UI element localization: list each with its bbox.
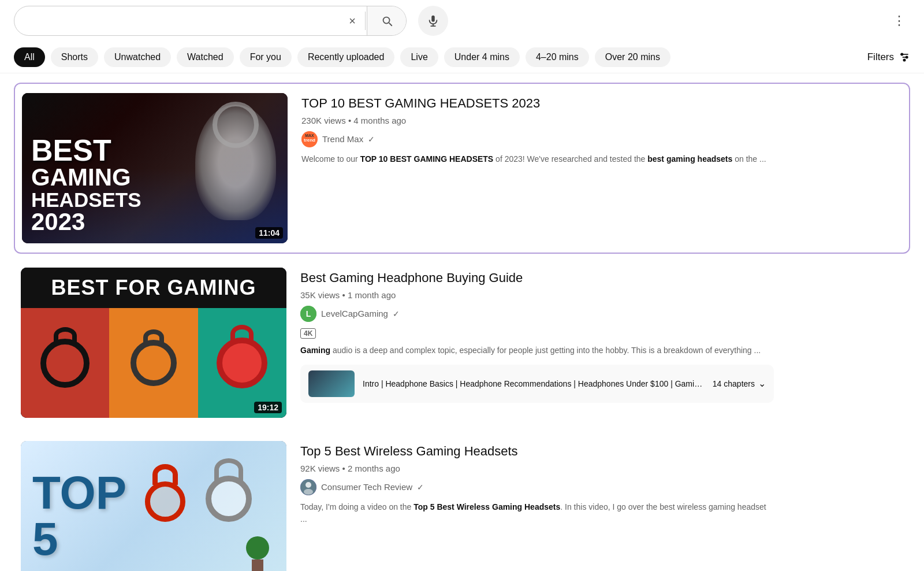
chip-for-you[interactable]: For you — [240, 47, 292, 67]
channel-row-1: trend MAX Trend Max ✓ — [301, 131, 902, 147]
desc-mid-2: audio is a deep and complex topic, espec… — [330, 346, 761, 355]
chip-recently-uploaded[interactable]: Recently uploaded — [297, 47, 395, 67]
video-title-2[interactable]: Best Gaming Headphone Buying Guide — [300, 270, 903, 287]
views-1: 230K views — [301, 116, 346, 125]
video-desc-2: Gaming audio is a deep and complex topic… — [300, 344, 774, 357]
channel-row-2: L LevelCapGaming ✓ — [300, 306, 903, 322]
svg-point-15 — [305, 482, 311, 488]
chip-4-20[interactable]: 4–20 mins — [526, 47, 589, 67]
desc-bold-3: Top 5 Best Wireless Gaming Headsets — [413, 502, 560, 511]
thumbnail-2[interactable]: BEST FOR GAMING — [21, 268, 286, 418]
desc-mid-1: of 2023! We've researched and tested the — [493, 154, 647, 164]
chip-over-20[interactable]: Over 20 mins — [595, 47, 670, 67]
search-input[interactable]: best headphones for gaming — [25, 15, 341, 27]
desc-end-1: on the ... — [732, 154, 766, 164]
thumb1-text-headsets: HEADSETS — [31, 190, 141, 210]
thumb1-text-year: 2023 — [31, 210, 141, 234]
time-ago-1: 4 months ago — [353, 116, 406, 125]
chip-live[interactable]: Live — [400, 47, 438, 67]
badge-4k: 4K — [300, 328, 316, 339]
svg-point-16 — [304, 489, 313, 495]
filter-sliders-icon — [899, 51, 910, 63]
svg-text:MAX: MAX — [305, 134, 314, 138]
verified-icon-3: ✓ — [417, 483, 424, 492]
thumb2-title-text: BEST FOR GAMING — [21, 268, 286, 308]
thumbnail-3[interactable]: TOP5 — [21, 441, 286, 571]
video-card-3: TOP5 Top 5 Best Wireless Gaming Headsets… — [14, 432, 910, 571]
video-title-1[interactable]: TOP 10 BEST GAMING HEADSETS 2023 — [301, 95, 902, 112]
levelcap-logo: L — [300, 306, 316, 322]
svg-text:L: L — [306, 309, 311, 318]
svg-point-7 — [906, 56, 908, 58]
svg-point-8 — [903, 59, 905, 61]
search-icon — [381, 14, 393, 27]
channel-name-2[interactable]: LevelCapGaming — [321, 309, 388, 318]
svg-point-6 — [901, 53, 903, 55]
desc-bold2-1: best gaming headsets — [647, 154, 732, 164]
more-options-button[interactable]: ⋮ — [888, 9, 910, 33]
consumer-logo — [300, 479, 316, 495]
thumb2-cell-orange — [109, 308, 198, 418]
desc-bold1-1: TOP 10 BEST GAMING HEADSETS — [360, 154, 494, 164]
mic-button[interactable] — [418, 6, 448, 36]
video-info-3: Top 5 Best Wireless Gaming Headsets 92K … — [300, 441, 903, 525]
separator-1: • — [348, 116, 353, 125]
video-card-1: BEST GAMING HEADSETS 2023 11:04 TOP 10 B… — [14, 83, 910, 254]
search-button[interactable] — [367, 6, 406, 36]
chip-watched[interactable]: Watched — [177, 47, 234, 67]
verified-icon-1: ✓ — [368, 135, 375, 144]
video-info-2: Best Gaming Headphone Buying Guide 35K v… — [300, 268, 903, 403]
results-container: BEST GAMING HEADSETS 2023 11:04 TOP 10 B… — [0, 73, 924, 571]
desc-bold1-2: Gaming — [300, 346, 330, 355]
mic-icon — [427, 14, 439, 27]
trendmax-logo: trend MAX — [301, 131, 318, 147]
chip-unwatched[interactable]: Unwatched — [104, 47, 171, 67]
views-3: 92K views — [300, 464, 340, 473]
thumbnail-1[interactable]: BEST GAMING HEADSETS 2023 11:04 — [22, 93, 288, 243]
video-meta-2: 35K views • 1 month ago — [300, 290, 903, 300]
desc-prefix-3: Today, I'm doing a video on the — [300, 502, 413, 511]
desc-before-1: Welcome to our — [301, 154, 360, 164]
thumb1-text-best: BEST — [31, 135, 141, 165]
chip-shorts[interactable]: Shorts — [51, 47, 98, 67]
video-info-1: TOP 10 BEST GAMING HEADSETS 2023 230K vi… — [301, 93, 902, 165]
chapter-count: 14 chapters ⌄ — [713, 378, 766, 389]
video-desc-3: Today, I'm doing a video on the Top 5 Be… — [300, 501, 774, 525]
thumb2-cell-red — [21, 308, 109, 418]
chip-under-4[interactable]: Under 4 mins — [444, 47, 520, 67]
filters-button[interactable]: Filters — [867, 51, 910, 63]
chapter-thumbnail — [308, 370, 355, 397]
video-meta-1: 230K views • 4 months ago — [301, 116, 902, 125]
channel-name-1[interactable]: Trend Max — [322, 134, 363, 144]
svg-text:trend: trend — [304, 138, 315, 143]
video-meta-3: 92K views • 2 months ago — [300, 464, 903, 473]
filters-label: Filters — [867, 51, 894, 63]
clear-button[interactable]: × — [341, 10, 364, 32]
chapters-row[interactable]: Intro | Headphone Basics | Headphone Rec… — [300, 365, 774, 403]
avatar-2: L — [300, 306, 316, 322]
svg-rect-0 — [431, 16, 435, 22]
chapter-text: Intro | Headphone Basics | Headphone Rec… — [363, 379, 705, 388]
avatar-1: trend MAX — [301, 131, 318, 147]
thumb1-text-gaming: GAMING — [31, 165, 141, 190]
duration-badge-1: 11:04 — [255, 227, 283, 239]
time-ago-2: 1 month ago — [348, 290, 396, 300]
views-2: 35K views — [300, 290, 340, 300]
video-card-2: BEST FOR GAMING — [14, 258, 910, 427]
header: best headphones for gaming × ⋮ — [0, 0, 924, 42]
channel-row-3: Consumer Tech Review ✓ — [300, 479, 903, 495]
video-title-3[interactable]: Top 5 Best Wireless Gaming Headsets — [300, 443, 903, 460]
separator-2: • — [342, 290, 348, 300]
separator-3: • — [342, 464, 348, 473]
search-divider — [365, 12, 366, 30]
thumb3-top5: TOP5 — [32, 470, 126, 562]
chip-all[interactable]: All — [14, 47, 45, 67]
video-desc-1: Welcome to our TOP 10 BEST GAMING HEADSE… — [301, 153, 775, 165]
verified-icon-2: ✓ — [393, 309, 400, 318]
time-ago-3: 2 months ago — [348, 464, 400, 473]
duration-badge-2: 19:12 — [254, 402, 282, 413]
chevron-icon: ⌄ — [758, 378, 766, 389]
search-bar: best headphones for gaming × — [14, 6, 407, 36]
filter-bar: All Shorts Unwatched Watched For you Rec… — [0, 42, 924, 73]
channel-name-3[interactable]: Consumer Tech Review — [321, 482, 412, 492]
